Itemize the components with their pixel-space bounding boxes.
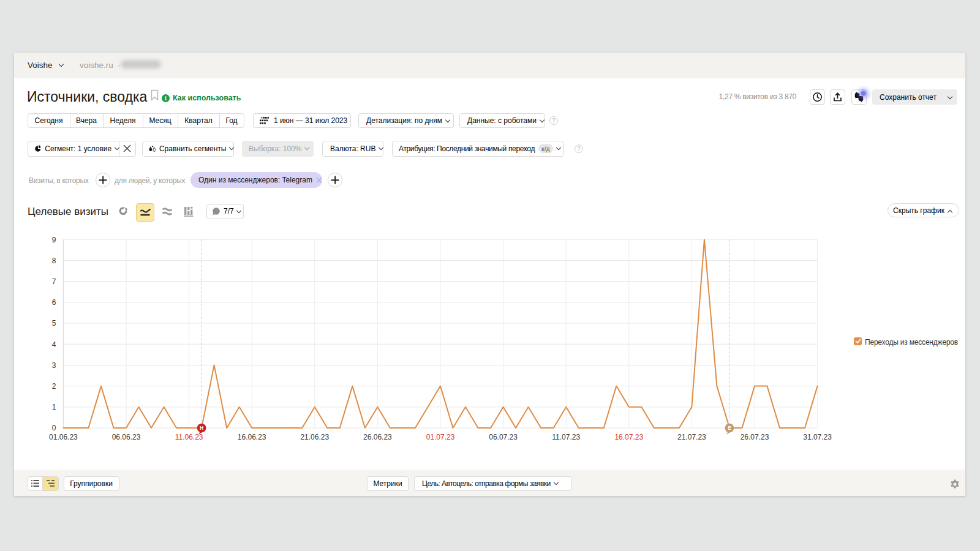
svg-text:01.06.23: 01.06.23 [49,433,78,441]
svg-text:01.07.23: 01.07.23 [426,433,455,441]
svg-text:21.07.23: 21.07.23 [677,433,706,441]
svg-text:9: 9 [52,236,56,244]
svg-text:11.06.23: 11.06.23 [175,433,203,441]
svg-text:4: 4 [52,340,56,349]
svg-text:Е: Е [728,425,731,431]
svg-text:21.06.23: 21.06.23 [300,433,329,441]
svg-text:26.06.23: 26.06.23 [363,433,392,441]
svg-text:8: 8 [52,257,56,265]
svg-text:3: 3 [52,361,56,370]
svg-text:26.07.23: 26.07.23 [741,433,769,441]
svg-text:16.07.23: 16.07.23 [614,433,643,441]
svg-text:06.07.23: 06.07.23 [489,433,518,441]
svg-text:16.06.23: 16.06.23 [238,433,266,441]
svg-text:5: 5 [52,319,56,328]
svg-text:6: 6 [52,298,56,307]
svg-text:31.07.23: 31.07.23 [803,433,832,441]
svg-text:0: 0 [52,424,56,432]
svg-text:11.07.23: 11.07.23 [552,433,580,441]
svg-text:2: 2 [52,382,56,391]
svg-text:06.06.23: 06.06.23 [112,433,141,441]
svg-text:Н: Н [200,425,203,431]
svg-text:1: 1 [52,403,56,411]
svg-text:7: 7 [52,277,56,286]
